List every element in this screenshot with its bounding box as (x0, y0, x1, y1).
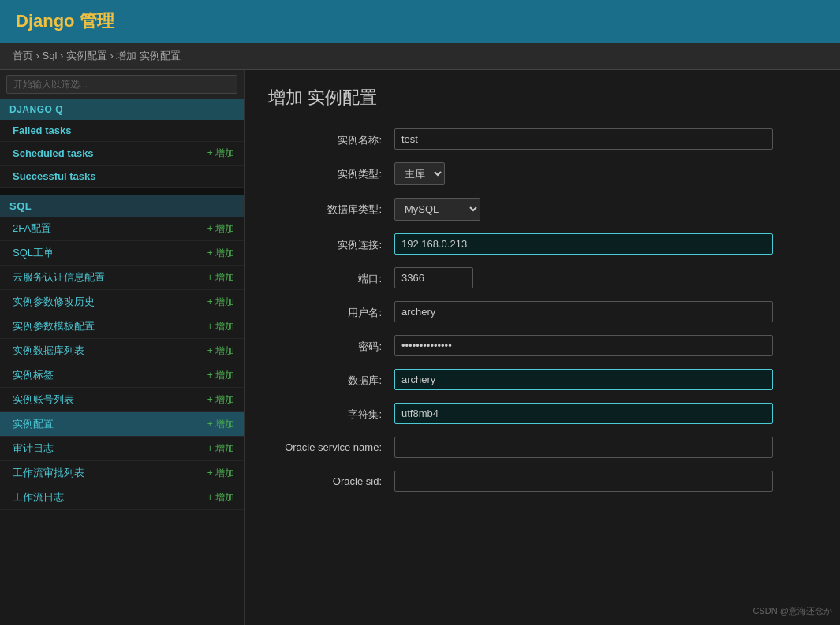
form-row: 实例名称: (268, 128, 816, 150)
form-field-oracle-sid (394, 471, 773, 492)
form-label: 数据库: (268, 369, 394, 388)
sidebar-item-label: 云服务认证信息配置 (13, 270, 105, 285)
sidebar-item-add-link[interactable]: + 增加 (207, 467, 234, 480)
form-fields: 实例名称:实例类型:主库从库数据库类型:MySQLOraclePostgreSQ… (268, 128, 816, 492)
sidebar-item[interactable]: 实例参数修改历史+ 增加 (0, 290, 244, 314)
form-field-username (394, 301, 773, 322)
page-title: 增加 实例配置 (268, 86, 816, 110)
sidebar-item[interactable]: 工作流日志+ 增加 (0, 485, 244, 510)
watermark: CSDN @意海还念か (753, 605, 832, 617)
sidebar-section-header: DJANGO Q (0, 99, 244, 120)
plus-icon: + (207, 296, 213, 307)
plus-icon: + (207, 223, 213, 234)
oracle-sid-input[interactable] (394, 471, 773, 492)
form-row: 密码: (268, 335, 816, 356)
breadcrumb: 首页 › Sql › 实例配置 › 增加 实例配置 (0, 43, 840, 70)
plus-icon: + (207, 247, 213, 259)
sidebar-item-add-link[interactable]: + 增加 (207, 442, 234, 456)
sidebar-item[interactable]: 实例参数模板配置+ 增加 (0, 314, 244, 339)
sidebar-item-add-link[interactable]: + 增加 (207, 222, 234, 236)
plus-icon: + (207, 321, 213, 332)
sidebar-item[interactable]: Successful tasks (0, 166, 244, 188)
form-label: 用户名: (268, 301, 394, 320)
sidebar-item-add-link[interactable]: + 增加 (207, 247, 234, 260)
sidebar-item[interactable]: 2FA配置+ 增加 (0, 217, 244, 241)
breadcrumb-text: 首页 › Sql › 实例配置 › 增加 实例配置 (13, 50, 181, 61)
instance-name-input[interactable] (394, 128, 773, 150)
form-field-port (394, 267, 773, 288)
form-field-db-type: MySQLOraclePostgreSQL (394, 198, 773, 221)
sidebar-item-label: 实例参数修改历史 (13, 295, 95, 309)
sidebar-filter-container (0, 70, 244, 99)
form-label: Oracle sid: (268, 471, 394, 487)
sidebar-item-label: 实例账号列表 (13, 392, 74, 407)
sidebar-item[interactable]: Scheduled tasks+ 增加 (0, 142, 244, 166)
sidebar-item-label: SQL工单 (13, 246, 54, 260)
form-field-instance-type: 主库从库 (394, 162, 773, 185)
form-row: 实例连接: (268, 233, 816, 255)
db-type-select[interactable]: MySQLOraclePostgreSQL (394, 198, 480, 221)
sidebar-item-add-link[interactable]: + 增加 (207, 320, 234, 333)
sidebar-item-label: Successful tasks (13, 170, 96, 182)
instance-type-wrapper: 主库从库 (394, 162, 448, 185)
sidebar-section-label: SQL (0, 195, 244, 217)
form-label: Oracle service name: (268, 437, 394, 453)
form-label: 端口: (268, 267, 394, 286)
form-label: 字符集: (268, 403, 394, 422)
sidebar-item-label: Scheduled tasks (13, 147, 94, 159)
form-row: Oracle service name: (268, 437, 816, 458)
sidebar-item[interactable]: Failed tasks (0, 120, 244, 142)
sidebar-item-add-link[interactable]: + 增加 (207, 344, 234, 358)
sidebar-item[interactable]: 实例账号列表+ 增加 (0, 388, 244, 412)
sidebar-item[interactable]: 实例数据库列表+ 增加 (0, 339, 244, 363)
sidebar-item[interactable]: 实例配置+ 增加 (0, 412, 244, 437)
plus-icon: + (207, 272, 213, 283)
sidebar-item[interactable]: 云服务认证信息配置+ 增加 (0, 266, 244, 290)
username-input[interactable] (394, 301, 773, 322)
sidebar-item-add-link[interactable]: + 增加 (207, 393, 234, 407)
form-row: 端口: (268, 267, 816, 288)
sidebar-item[interactable]: 审计日志+ 增加 (0, 437, 244, 461)
sidebar: DJANGO QFailed tasksScheduled tasks+ 增加S… (0, 70, 245, 625)
sidebar-item-label: 审计日志 (13, 441, 54, 456)
form-row: 字符集: (268, 403, 816, 424)
charset-input[interactable] (394, 403, 773, 424)
sidebar-item[interactable]: SQL工单+ 增加 (0, 241, 244, 266)
sidebar-item-label: 2FA配置 (13, 221, 51, 236)
instance-connection-input[interactable] (394, 233, 773, 255)
instance-type-select[interactable]: 主库从库 (394, 162, 445, 185)
port-input[interactable] (394, 267, 473, 288)
form-field-database (394, 369, 773, 390)
sidebar-item-add-link[interactable]: + 增加 (207, 147, 234, 160)
sidebar-item-add-link[interactable]: + 增加 (207, 491, 234, 504)
plus-icon: + (207, 345, 213, 356)
sidebar-item-add-link[interactable]: + 增加 (207, 296, 234, 309)
form-row: Oracle sid: (268, 471, 816, 492)
plus-icon: + (207, 492, 213, 503)
sidebar-item[interactable]: 工作流审批列表+ 增加 (0, 461, 244, 485)
sidebar-item-add-link[interactable]: + 增加 (207, 271, 234, 285)
sidebar-filter-input[interactable] (6, 75, 237, 94)
plus-icon: + (207, 147, 213, 158)
plus-icon: + (207, 419, 213, 430)
database-input[interactable] (394, 369, 773, 390)
plus-icon: + (207, 467, 213, 478)
form-label: 实例连接: (268, 233, 394, 252)
form-row: 实例类型:主库从库 (268, 162, 816, 185)
form-field-oracle-service-name (394, 437, 773, 458)
form-field-charset (394, 403, 773, 424)
sidebar-item-label: 实例标签 (13, 368, 54, 382)
sidebar-item-label: Failed tasks (13, 125, 71, 136)
form-label: 数据库类型: (268, 198, 394, 217)
plus-icon: + (207, 443, 213, 454)
sidebar-item-label: 实例数据库列表 (13, 344, 84, 358)
form-label: 实例名称: (268, 128, 394, 147)
password-input[interactable] (394, 335, 773, 356)
sidebar-item-add-link[interactable]: + 增加 (207, 369, 234, 382)
sidebar-item[interactable]: 实例标签+ 增加 (0, 363, 244, 388)
oracle-service-name-input[interactable] (394, 437, 773, 458)
app-title: Django 管理 (16, 11, 114, 31)
form-row: 用户名: (268, 301, 816, 322)
sidebar-item-add-link[interactable]: + 增加 (207, 418, 234, 431)
sidebar-divider (0, 188, 244, 195)
